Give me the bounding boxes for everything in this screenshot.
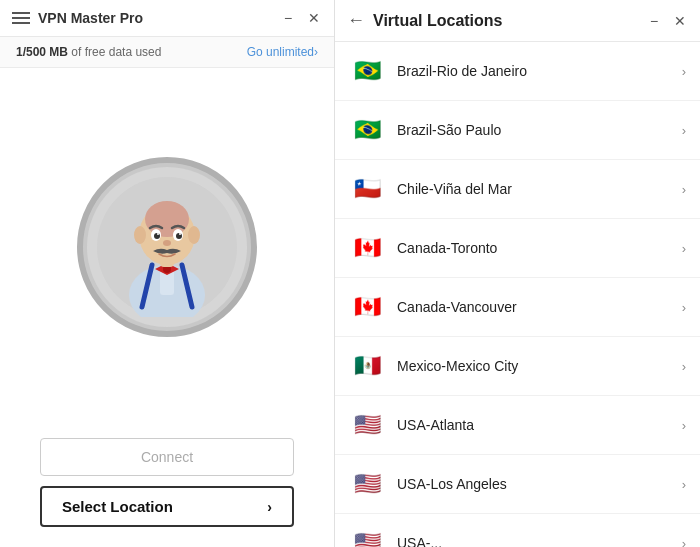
flag-icon: 🇺🇸 — [349, 407, 385, 443]
location-name: USA-... — [397, 535, 670, 547]
location-item[interactable]: 🇺🇸USA-Los Angeles› — [335, 455, 700, 514]
connect-button[interactable]: Connect — [40, 438, 294, 476]
right-minimize-button[interactable]: − — [646, 14, 662, 28]
svg-point-15 — [176, 233, 182, 239]
location-item[interactable]: 🇺🇸USA-...› — [335, 514, 700, 547]
svg-point-9 — [145, 201, 189, 237]
location-name: Brazil-São Paulo — [397, 122, 670, 138]
right-close-button[interactable]: ✕ — [672, 14, 688, 28]
chevron-right-icon: › — [682, 477, 686, 492]
back-button[interactable]: ← — [347, 10, 365, 31]
location-name: USA-Atlanta — [397, 417, 670, 433]
avatar-outer-ring — [77, 157, 257, 337]
flag-icon: 🇨🇱 — [349, 171, 385, 207]
character-avatar — [97, 177, 237, 317]
hamburger-icon[interactable] — [12, 12, 30, 24]
location-item[interactable]: 🇨🇦Canada-Toronto› — [335, 219, 700, 278]
title-bar-left: VPN Master Pro — [12, 10, 143, 26]
location-item[interactable]: 🇲🇽Mexico-Mexico City› — [335, 337, 700, 396]
data-usage-text: 1/500 MB of free data used — [16, 45, 161, 59]
flag-icon: 🇧🇷 — [349, 112, 385, 148]
left-panel: VPN Master Pro − ✕ 1/500 MB of free data… — [0, 0, 335, 547]
location-name: Mexico-Mexico City — [397, 358, 670, 374]
chevron-right-icon: › — [682, 64, 686, 79]
chevron-right-icon: › — [682, 182, 686, 197]
data-usage-bar: 1/500 MB of free data used Go unlimited› — [0, 37, 334, 68]
location-name: Chile-Viña del Mar — [397, 181, 670, 197]
location-item[interactable]: 🇺🇸USA-Atlanta› — [335, 396, 700, 455]
location-item[interactable]: 🇨🇱Chile-Viña del Mar› — [335, 160, 700, 219]
select-location-button[interactable]: Select Location › — [40, 486, 294, 527]
flag-icon: 🇺🇸 — [349, 525, 385, 547]
app-title: VPN Master Pro — [38, 10, 143, 26]
location-list: 🇧🇷Brazil-Rio de Janeiro›🇧🇷Brazil-São Pau… — [335, 42, 700, 547]
location-item[interactable]: 🇨🇦Canada-Vancouver› — [335, 278, 700, 337]
chevron-right-icon: › — [682, 300, 686, 315]
chevron-right-icon: › — [682, 241, 686, 256]
svg-point-14 — [154, 233, 160, 239]
location-name: Canada-Vancouver — [397, 299, 670, 315]
select-location-label: Select Location — [62, 498, 173, 515]
button-section: Connect Select Location › — [0, 426, 334, 547]
right-title-controls: − ✕ — [646, 14, 688, 28]
location-name: USA-Los Angeles — [397, 476, 670, 492]
data-usage-amount: 1/500 MB — [16, 45, 68, 59]
flag-icon: 🇺🇸 — [349, 466, 385, 502]
flag-icon: 🇧🇷 — [349, 53, 385, 89]
right-panel-title: Virtual Locations — [373, 12, 503, 30]
right-title-left: ← Virtual Locations — [347, 10, 503, 31]
title-bar-right: − ✕ — [280, 11, 322, 25]
go-unlimited-link[interactable]: Go unlimited› — [247, 45, 318, 59]
avatar-inner — [87, 167, 247, 327]
flag-icon: 🇨🇦 — [349, 230, 385, 266]
location-name: Canada-Toronto — [397, 240, 670, 256]
location-item[interactable]: 🇧🇷Brazil-Rio de Janeiro› — [335, 42, 700, 101]
title-bar: VPN Master Pro − ✕ — [0, 0, 334, 37]
svg-point-17 — [179, 233, 181, 235]
right-title-bar: ← Virtual Locations − ✕ — [335, 0, 700, 42]
svg-point-10 — [134, 226, 146, 244]
close-button[interactable]: ✕ — [306, 11, 322, 25]
chevron-right-icon: › — [682, 359, 686, 374]
chevron-right-icon: › — [682, 418, 686, 433]
chevron-right-icon: › — [682, 536, 686, 548]
data-usage-label: of free data used — [68, 45, 161, 59]
minimize-button[interactable]: − — [280, 11, 296, 25]
flag-icon: 🇲🇽 — [349, 348, 385, 384]
flag-icon: 🇨🇦 — [349, 289, 385, 325]
svg-point-16 — [157, 233, 159, 235]
location-name: Brazil-Rio de Janeiro — [397, 63, 670, 79]
location-item[interactable]: 🇧🇷Brazil-São Paulo› — [335, 101, 700, 160]
svg-point-11 — [188, 226, 200, 244]
right-panel: ← Virtual Locations − ✕ 🇧🇷Brazil-Rio de … — [335, 0, 700, 547]
avatar-section — [0, 68, 334, 426]
select-location-chevron: › — [267, 499, 272, 515]
svg-point-18 — [163, 240, 171, 246]
chevron-right-icon: › — [682, 123, 686, 138]
